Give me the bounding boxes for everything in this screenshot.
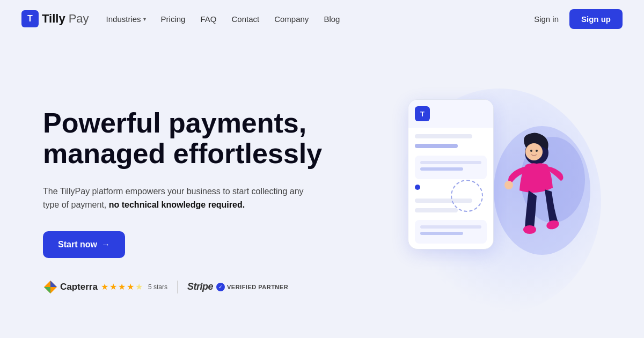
logo-icon: T: [21, 10, 39, 27]
nav-item-faq[interactable]: FAQ: [200, 14, 216, 24]
hero-illustration: T: [376, 72, 601, 330]
stars-label: 5 stars: [148, 283, 167, 291]
svg-point-6: [504, 181, 513, 189]
arrow-icon: →: [101, 240, 110, 249]
hero-content: Powerful payments, managed effortlessly …: [43, 108, 376, 295]
nav-item-pricing[interactable]: Pricing: [161, 14, 186, 24]
capterra-icon: [43, 280, 58, 295]
svg-point-7: [523, 225, 536, 234]
hero-title: Powerful payments, managed effortlessly: [43, 108, 376, 169]
svg-point-10: [530, 150, 532, 152]
nav-item-contact[interactable]: Contact: [231, 14, 259, 24]
hero-subtitle: The TillyPay platform empowers your busi…: [43, 185, 322, 212]
stripe-label: Stripe: [187, 281, 213, 292]
svg-point-9: [525, 143, 543, 160]
nav-item-industries[interactable]: Industries ▾: [106, 14, 146, 24]
start-now-button[interactable]: Start now →: [43, 231, 125, 258]
logo-pay: Pay: [69, 12, 89, 26]
verified-partner-badge: ✓ VERIFIED PARTNER: [216, 283, 288, 291]
svg-marker-1: [50, 281, 57, 287]
star-rating: ★ ★ ★ ★ ★: [101, 282, 143, 292]
logo[interactable]: T Tilly Pay: [21, 10, 89, 27]
badge-divider: [177, 281, 178, 293]
sign-in-link[interactable]: Sign in: [534, 14, 559, 24]
trust-badges: Capterra ★ ★ ★ ★ ★ 5 stars Stripe ✓ VERI…: [43, 280, 376, 295]
navbar: T Tilly Pay Industries ▾ Pricing FAQ Con…: [0, 0, 644, 38]
capterra-logo: Capterra: [43, 280, 98, 295]
nav-right: Sign in Sign up: [534, 9, 623, 29]
sign-up-button[interactable]: Sign up: [569, 9, 623, 29]
chevron-down-icon: ▾: [143, 16, 146, 22]
nav-links: Industries ▾ Pricing FAQ Contact Company…: [106, 14, 535, 24]
verified-label: VERIFIED PARTNER: [227, 284, 288, 290]
stripe-badge: Stripe ✓ VERIFIED PARTNER: [187, 281, 288, 292]
phone-dot: [415, 185, 420, 190]
logo-tilly: Tilly: [42, 12, 65, 26]
nav-item-blog[interactable]: Blog: [324, 14, 340, 24]
capterra-label: Capterra: [60, 282, 98, 292]
capterra-badge: Capterra ★ ★ ★ ★ ★ 5 stars: [43, 280, 167, 295]
nav-item-company[interactable]: Company: [274, 14, 309, 24]
svg-marker-2: [44, 287, 50, 293]
person-illustration: [472, 105, 590, 287]
verified-check-icon: ✓: [216, 283, 225, 291]
phone-logo-icon: T: [415, 106, 430, 121]
svg-point-11: [536, 150, 538, 152]
hero-section: Powerful payments, managed effortlessly …: [0, 38, 644, 338]
